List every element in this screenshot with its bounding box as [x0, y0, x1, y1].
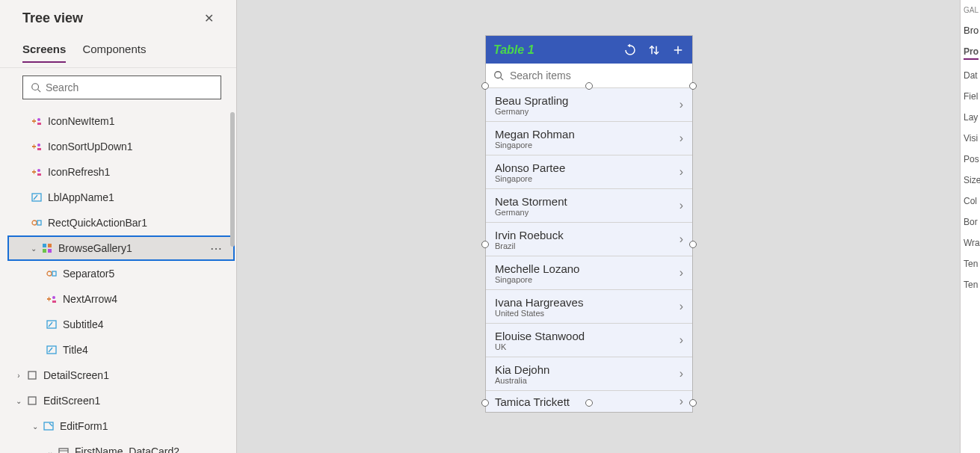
gallery-item[interactable]: Megan RohmanSingapore› — [486, 122, 692, 155]
prop-template2[interactable]: Ten — [964, 280, 977, 290]
tree-view-title: Tree view — [22, 10, 83, 26]
add-icon[interactable] — [671, 43, 685, 57]
selection-handle[interactable] — [585, 82, 593, 90]
selection-handle[interactable] — [585, 399, 593, 407]
panel-section-label: GAL — [964, 6, 977, 14]
svg-rect-13 — [37, 173, 41, 176]
tree-item-subtitle4[interactable]: Subtitle4 — [0, 312, 236, 337]
tree-item-lblappname1[interactable]: LblAppName1 — [0, 185, 236, 210]
tree-item-iconrefresh1[interactable]: IconRefresh1 — [0, 159, 236, 185]
plus-icon — [30, 167, 43, 177]
tree-list: IconNewItem1 IconSortUpDown1 IconRefresh… — [0, 105, 236, 453]
item-title: Tamica Trickett — [495, 395, 570, 408]
chevron-down-icon[interactable]: ⌄ — [13, 397, 24, 405]
svg-rect-7 — [34, 144, 34, 149]
svg-rect-11 — [34, 170, 34, 174]
prop-fields[interactable]: Fiel — [964, 91, 977, 102]
selection-handle[interactable] — [689, 241, 697, 248]
gallery-item[interactable]: Ivana HargreavesUnited States› — [486, 290, 692, 324]
app-title: Table 1 — [493, 43, 534, 57]
svg-line-15 — [34, 195, 37, 200]
tree-item-label: BrowseGallery1 — [58, 242, 132, 254]
tree-item-rectquickactionbar1[interactable]: RectQuickActionBar1 — [0, 210, 236, 235]
svg-point-8 — [37, 144, 40, 147]
tree-item-editform1[interactable]: ⌄ EditForm1 — [0, 413, 236, 439]
item-title: Alonso Partee — [495, 161, 565, 174]
chevron-down-icon[interactable]: ⌄ — [45, 448, 55, 454]
tree-item-nextarrow4[interactable]: NextArrow4 — [0, 286, 236, 312]
chevron-right-icon[interactable]: › — [679, 98, 683, 111]
item-subtitle: United States — [495, 309, 583, 318]
sort-icon[interactable] — [647, 43, 661, 57]
tab-components[interactable]: Components — [82, 43, 146, 63]
tree-scrollbar[interactable] — [230, 112, 235, 247]
refresh-icon[interactable] — [623, 43, 637, 57]
chevron-down-icon[interactable]: ⌄ — [30, 422, 40, 431]
gallery-item[interactable]: Beau SpratlingGermany› — [486, 88, 692, 122]
tree-item-label: Separator5 — [63, 268, 114, 280]
svg-rect-18 — [43, 244, 46, 247]
tree-item-title4[interactable]: Title4 — [0, 337, 236, 363]
chevron-right-icon[interactable]: › — [679, 165, 683, 179]
gallery-item[interactable]: Alonso ParteeSingapore› — [486, 155, 692, 189]
chevron-right-icon[interactable]: › — [679, 132, 683, 145]
svg-line-31 — [49, 348, 52, 352]
prop-visible[interactable]: Visi — [964, 133, 977, 144]
tree-item-label: FirstName_DataCard2 — [75, 446, 179, 453]
gallery-item[interactable]: Mechelle LozanoSingapore› — [486, 256, 692, 290]
tree-item-browsegallery1[interactable]: ⌄ BrowseGallery1 ⋯ — [7, 235, 235, 261]
prop-color[interactable]: Col — [964, 196, 977, 206]
prop-position[interactable]: Pos — [964, 154, 977, 164]
prop-size[interactable]: Size — [964, 175, 977, 185]
canvas-area[interactable]: Table 1 Beau SpratlingGermany›Megan Rohm… — [237, 0, 960, 453]
prop-border[interactable]: Bor — [964, 217, 977, 227]
prop-layout[interactable]: Lay — [964, 112, 977, 123]
item-title: Kia Dejohn — [495, 363, 549, 376]
item-subtitle: Germany — [495, 107, 568, 116]
gallery-item[interactable]: Neta StormentGermany› — [486, 189, 692, 223]
item-title: Elouise Stanwood — [495, 330, 585, 342]
more-menu-icon[interactable]: ⋯ — [210, 241, 223, 256]
prop-wrap[interactable]: Wra — [964, 238, 977, 248]
chevron-right-icon[interactable]: › — [679, 367, 683, 380]
chevron-down-icon[interactable]: ⌄ — [28, 244, 39, 253]
chevron-right-icon[interactable]: › — [679, 199, 683, 212]
form-icon — [42, 421, 55, 431]
prop-data[interactable]: Dat — [964, 70, 977, 81]
tree-item-iconsortupdown1[interactable]: IconSortUpDown1 — [0, 134, 236, 159]
chevron-right-icon[interactable]: › — [679, 266, 683, 280]
tree-item-iconnewitem1[interactable]: IconNewItem1 — [0, 108, 236, 134]
chevron-right-icon[interactable]: › — [679, 300, 683, 313]
tree-item-label: LblAppName1 — [48, 191, 114, 203]
selection-handle[interactable] — [689, 82, 697, 90]
svg-point-0 — [32, 84, 39, 90]
tree-item-separator5[interactable]: Separator5 — [0, 261, 236, 286]
tree-search-input[interactable] — [46, 81, 213, 93]
app-search-input[interactable] — [510, 70, 685, 81]
tree-item-editscreen1[interactable]: ⌄ EditScreen1 — [0, 388, 236, 413]
tree-item-firstnamedatacard2[interactable]: ⌄ FirstName_DataCard2 — [0, 439, 236, 453]
chevron-right-icon[interactable]: › — [679, 333, 683, 347]
selection-handle[interactable] — [481, 241, 489, 248]
item-title: Beau Spratling — [495, 94, 568, 107]
svg-rect-27 — [52, 301, 56, 303]
close-icon[interactable]: ✕ — [204, 11, 214, 25]
phone-preview: Table 1 Beau SpratlingGermany›Megan Rohm… — [485, 35, 693, 413]
selection-handle[interactable] — [481, 399, 489, 407]
tree-item-label: Title4 — [63, 344, 88, 356]
prop-template[interactable]: Ten — [964, 259, 977, 269]
tree-item-detailscreen1[interactable]: › DetailScreen1 — [0, 363, 236, 388]
chevron-right-icon[interactable]: › — [679, 232, 683, 246]
selection-handle[interactable] — [689, 399, 697, 407]
tab-screens[interactable]: Screens — [22, 43, 66, 63]
gallery-item[interactable]: Irvin RoebuckBrazil› — [486, 223, 692, 256]
tab-properties[interactable]: Pro — [964, 46, 979, 60]
selection-handle[interactable] — [481, 82, 489, 90]
gallery-item[interactable]: Elouise StanwoodUK› — [486, 324, 692, 357]
gallery-item[interactable]: Kia DejohnAustralia› — [486, 357, 692, 391]
tree-search-box[interactable] — [22, 76, 221, 99]
chevron-right-icon[interactable]: › — [13, 372, 24, 380]
browse-gallery[interactable]: Beau SpratlingGermany›Megan RohmanSingap… — [486, 88, 692, 412]
label-icon — [45, 319, 58, 330]
chevron-right-icon[interactable]: › — [679, 395, 683, 408]
